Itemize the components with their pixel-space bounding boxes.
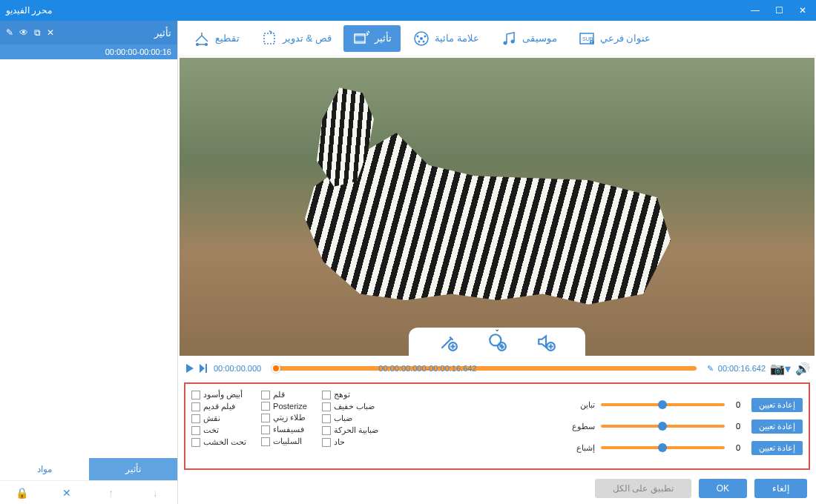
- checkbox-icon[interactable]: [322, 426, 331, 435]
- edit-icon[interactable]: ✎: [6, 27, 13, 38]
- sidebar: ✎ 👁 ⧉ ✕ تأثير 00:00:00-00:00:16 مواد تأث…: [0, 21, 178, 504]
- effect-label: توهج: [334, 390, 350, 399]
- effect-checkbox[interactable]: السلبيات: [261, 437, 307, 446]
- effect-checkbox[interactable]: أبيض وأسود: [191, 390, 246, 399]
- checkbox-icon[interactable]: [261, 437, 270, 446]
- copy-icon[interactable]: ⧉: [34, 27, 41, 38]
- camera-icon[interactable]: 📷▾: [770, 362, 791, 376]
- reset-button[interactable]: إعادة تعيين: [751, 420, 803, 434]
- close-panel-icon[interactable]: ✕: [47, 27, 54, 38]
- effect-checkbox[interactable]: ضباب خفيف: [322, 402, 378, 411]
- effect-label: ضباب خفيف: [334, 402, 375, 411]
- cancel-button[interactable]: إلغاء: [754, 479, 807, 498]
- effect-checkbox[interactable]: تخت: [191, 425, 246, 435]
- tool-music[interactable]: موسيقى: [491, 25, 566, 52]
- slider-row: سطوع 0 إعادة تعيين: [565, 420, 803, 434]
- slider-thumb[interactable]: [658, 443, 667, 452]
- svg-rect-20: [205, 364, 207, 373]
- tool-subtitle[interactable]: SUBT عنوان فرعي: [569, 25, 660, 52]
- checkbox-icon[interactable]: [322, 402, 331, 411]
- checkbox-icon[interactable]: [322, 414, 331, 423]
- watermark-icon: [412, 30, 430, 47]
- sidebar-tab-effect[interactable]: تأثير: [89, 458, 178, 480]
- timeline-track[interactable]: [272, 366, 697, 371]
- svg-point-10: [503, 41, 507, 44]
- timeline-handle[interactable]: [272, 364, 280, 373]
- checkbox-icon[interactable]: [191, 414, 200, 423]
- tool-subtitle-label: عنوان فرعي: [600, 33, 651, 44]
- checkbox-icon[interactable]: [261, 425, 270, 434]
- svg-text:T: T: [590, 40, 593, 44]
- lock-icon[interactable]: 🔒: [0, 481, 45, 504]
- floating-tools: ⌄: [409, 328, 585, 356]
- tool-crop[interactable]: قص & تدوير: [251, 25, 340, 52]
- effect-checkbox[interactable]: قلم: [261, 390, 307, 399]
- effect-label: ضباب: [334, 414, 352, 423]
- effect-checkbox[interactable]: فسيفساء: [261, 425, 307, 434]
- checkbox-icon[interactable]: [261, 414, 270, 422]
- volume-tool-icon[interactable]: [536, 332, 556, 351]
- svg-point-6: [416, 35, 418, 37]
- checkbox-icon[interactable]: [322, 438, 331, 447]
- close-button[interactable]: ✕: [795, 5, 810, 16]
- effect-checkbox[interactable]: ضبابية الحركة: [322, 425, 378, 435]
- crop-icon: [260, 30, 278, 47]
- tool-watermark[interactable]: علامة مائية: [404, 25, 488, 52]
- apply-all-button[interactable]: تطبيق على الكل: [595, 479, 691, 498]
- slider-track[interactable]: [601, 446, 725, 449]
- reset-button[interactable]: إعادة تعيين: [751, 441, 803, 455]
- checkbox-icon[interactable]: [261, 402, 270, 411]
- checkbox-icon[interactable]: [261, 391, 270, 399]
- effect-label: طلاء زيتي: [273, 413, 306, 422]
- checkbox-icon[interactable]: [322, 391, 331, 399]
- tool-trim-label: تقطيع: [215, 33, 240, 44]
- music-icon: [500, 30, 518, 47]
- slider-label: تباين: [565, 400, 595, 410]
- effect-checkbox[interactable]: طلاء زيتي: [261, 413, 307, 422]
- slider-row: إشباع 0 إعادة تعيين: [565, 441, 803, 455]
- sidebar-header: ✎ 👁 ⧉ ✕ تأثير: [0, 21, 177, 44]
- effect-checkbox[interactable]: فيلم قديم: [191, 402, 246, 411]
- minimize-button[interactable]: —: [748, 5, 763, 16]
- effect-checkbox[interactable]: توهج: [322, 390, 378, 399]
- effect-checkbox[interactable]: نقش: [191, 414, 246, 423]
- slider-value: 0: [731, 400, 746, 409]
- eye-icon[interactable]: 👁: [19, 27, 28, 38]
- slider-label: سطوع: [565, 422, 595, 431]
- reset-button[interactable]: إعادة تعيين: [751, 398, 803, 412]
- checkbox-icon[interactable]: [191, 438, 200, 447]
- delete-icon[interactable]: ✕: [45, 481, 89, 504]
- checkbox-icon[interactable]: [191, 426, 200, 435]
- effect-label: تحت الخشب: [203, 437, 246, 447]
- main-toolbar: تقطيع قص & تدوير تأثير علامة مائية موسيق…: [178, 21, 816, 56]
- clip-item[interactable]: 00:00:00-00:00:16: [0, 44, 177, 59]
- speaker-icon[interactable]: 🔊: [795, 362, 810, 376]
- ok-button[interactable]: OK: [699, 479, 747, 498]
- effect-checkbox[interactable]: ضباب: [322, 414, 378, 423]
- step-button[interactable]: [197, 362, 209, 374]
- effect-label: فسيفساء: [273, 425, 304, 434]
- checkbox-icon[interactable]: [191, 402, 200, 411]
- checkbox-icon[interactable]: [191, 391, 200, 399]
- effect-checkbox[interactable]: حاد: [322, 437, 378, 447]
- tool-trim[interactable]: تقطيع: [184, 25, 249, 52]
- maximize-button[interactable]: ☐: [771, 5, 786, 16]
- move-up-icon[interactable]: ↑: [89, 481, 134, 504]
- effect-label: السلبيات: [273, 437, 302, 446]
- effect-label: فيلم قديم: [203, 402, 235, 411]
- play-button[interactable]: [184, 362, 196, 374]
- zoom-tool-icon[interactable]: ⌄: [487, 332, 507, 351]
- slider-thumb[interactable]: [658, 422, 667, 431]
- time-end: 00:00:16.642: [718, 364, 766, 373]
- tool-effect[interactable]: تأثير: [343, 25, 401, 52]
- slider-track[interactable]: [601, 403, 725, 406]
- effect-checkbox[interactable]: تحت الخشب: [191, 437, 246, 447]
- time-start: 00:00:00.000: [214, 364, 261, 373]
- slider-thumb[interactable]: [658, 400, 667, 409]
- effect-checkbox[interactable]: Posterize: [261, 402, 307, 411]
- slider-track[interactable]: [601, 425, 725, 428]
- wand-tool-icon[interactable]: [438, 332, 458, 351]
- move-down-icon[interactable]: ↓: [133, 481, 177, 504]
- effect-label: ضبابية الحركة: [334, 425, 378, 435]
- sidebar-tab-materials[interactable]: مواد: [0, 458, 89, 480]
